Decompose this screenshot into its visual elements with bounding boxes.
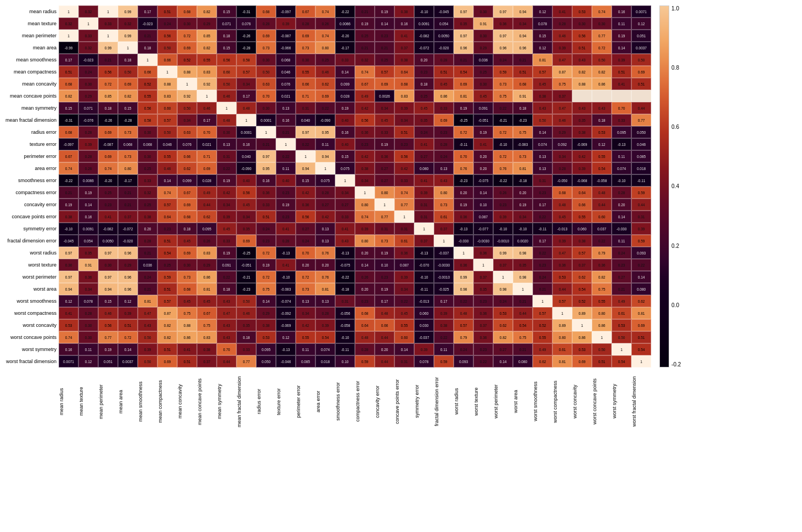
heatmap-cell: 0.19: [375, 283, 394, 295]
heatmap-cell: 0.99: [118, 5, 138, 18]
heatmap-cell: 0.79: [454, 331, 473, 343]
heatmap-cell: 0.21: [355, 5, 375, 18]
heatmap-cell: 0.24: [296, 235, 315, 247]
heatmap-cell: 0.087: [473, 211, 493, 223]
heatmap-cell: 0.70: [256, 90, 276, 102]
heatmap-cell: 0.80: [118, 162, 138, 174]
heatmap-cell: -0.013: [552, 223, 572, 235]
heatmap-cell: 0.30: [59, 259, 78, 271]
heatmap-cell: 0.39: [394, 102, 414, 114]
heatmap-cell: 0.42: [315, 211, 335, 223]
heatmap-cell: 0.076: [276, 78, 296, 90]
col-label: concavity error: [375, 369, 394, 434]
heatmap-cell: 0.10: [375, 259, 394, 271]
heatmap-cell: 0.77: [592, 30, 612, 42]
heatmap-cell: 1: [296, 150, 315, 162]
heatmap-cell: 0.054: [78, 235, 98, 247]
heatmap-cell: 0.31: [375, 223, 394, 235]
heatmap-cell: 0.62: [493, 319, 513, 331]
heatmap-cell: 0.80: [355, 235, 375, 247]
heatmap-cell: 0.72: [454, 126, 473, 138]
heatmap-cell: 0.67: [59, 150, 78, 162]
heatmap-cell: -0.10: [493, 223, 513, 235]
heatmap-cell: 0.018: [315, 355, 335, 367]
heatmap-cell: 0.48: [592, 186, 612, 199]
heatmap-cell: 0.22: [217, 271, 236, 283]
heatmap-cell: 0.39: [355, 223, 375, 235]
heatmap-cell: -0.083: [513, 138, 533, 150]
heatmap-cell: -0.051: [236, 259, 256, 271]
heatmap-cell: 0.051: [631, 30, 651, 42]
heatmap-cell: 0.25: [138, 199, 157, 211]
heatmap-cell: 0.94: [513, 30, 533, 42]
heatmap-cell: -0.083: [276, 283, 296, 295]
heatmap-cell: -0.31: [59, 114, 78, 126]
heatmap-cell: 0.60: [157, 102, 177, 114]
heatmap-cell: 0.092: [552, 138, 572, 150]
heatmap-cell: 0.72: [592, 42, 612, 54]
heatmap-cell: -0.030: [454, 235, 473, 247]
heatmap-cell: 0.82: [197, 5, 217, 18]
heatmap-cell: -0.056: [335, 307, 355, 319]
heatmap-cell: 0.074: [533, 138, 552, 150]
heatmap-cell: 0.43: [572, 102, 592, 114]
heatmap-cell: 0.34: [177, 114, 197, 126]
heatmap-cell: 0.13: [315, 295, 335, 307]
heatmap-cell: 0.52: [533, 319, 552, 331]
heatmap-cell: 0.51: [59, 66, 78, 78]
heatmap-cell: 0.47: [552, 247, 572, 259]
heatmap-cell: 0.69: [98, 126, 118, 138]
row-label: mean perimeter: [5, 30, 59, 42]
heatmap-cell: 0.074: [612, 162, 631, 174]
col-label: worst area: [513, 369, 533, 434]
heatmap-cell: 0.41: [552, 5, 572, 18]
heatmap-cell: 0.41: [394, 30, 414, 42]
heatmap-cell: 0.64: [572, 186, 592, 199]
heatmap-cell: 0.72: [296, 271, 315, 283]
heatmap-cell: 0.86: [177, 331, 197, 343]
heatmap-cell: 0.50: [157, 42, 177, 54]
heatmap-cell: 0.48: [454, 307, 473, 319]
heatmap-cell: 0.75: [513, 126, 533, 138]
heatmap-cell: -0.23: [454, 174, 473, 186]
row-label: mean texture: [5, 18, 59, 30]
heatmap-cell: 0.42: [355, 102, 375, 114]
heatmap-cell: 0.33: [236, 343, 256, 355]
heatmap-cell: 0.69: [177, 42, 197, 54]
heatmap-cell: 0.22: [315, 102, 335, 114]
heatmap-cell: 0.70: [454, 150, 473, 162]
heatmap-cell: 0.43: [572, 54, 592, 66]
heatmap-cell: 0.73: [493, 78, 513, 90]
heatmap-cell: 0.22: [493, 102, 513, 114]
heatmap-cell: 0.23: [434, 126, 454, 138]
heatmap-cell: 0.74: [98, 162, 118, 174]
col-label: worst perimeter: [493, 369, 513, 434]
heatmap-cell: 1: [138, 54, 157, 66]
heatmap-cell: 0.24: [533, 271, 552, 283]
heatmap-cell: 0.35: [414, 114, 434, 126]
heatmap-cell: 0.17: [138, 5, 157, 18]
colorbar-gradient: [659, 5, 669, 367]
heatmap-cell: 0.77: [631, 114, 651, 126]
heatmap-cell: 0.30: [177, 259, 197, 271]
col-label: mean area: [118, 369, 138, 434]
heatmap-cell: 1: [59, 5, 78, 18]
heatmap-cell: -0.13: [276, 247, 296, 259]
heatmap-cell: 0.12: [631, 18, 651, 30]
heatmap-cell: 0.20: [296, 259, 315, 271]
heatmap-cell: 0.72: [493, 150, 513, 162]
heatmap-cell: -0.28: [118, 114, 138, 126]
heatmap-cell: 1: [98, 30, 118, 42]
heatmap-cell: 0.23: [375, 30, 394, 42]
heatmap-cell: 0.32: [59, 18, 78, 30]
heatmap-cell: -0.18: [335, 283, 355, 295]
heatmap-cell: 0.69: [434, 114, 454, 126]
heatmap-cell: 0.56: [355, 114, 375, 126]
heatmap-cell: 0.60: [217, 66, 236, 78]
heatmap-cell: 0.23: [355, 295, 375, 307]
heatmap-cell: 0.85: [98, 90, 118, 102]
heatmap-cell: 0.26: [315, 18, 335, 30]
heatmap-cell: 0.94: [98, 283, 118, 295]
col-label: mean compactness: [157, 369, 177, 434]
heatmap-cell: 0.42: [572, 150, 592, 162]
